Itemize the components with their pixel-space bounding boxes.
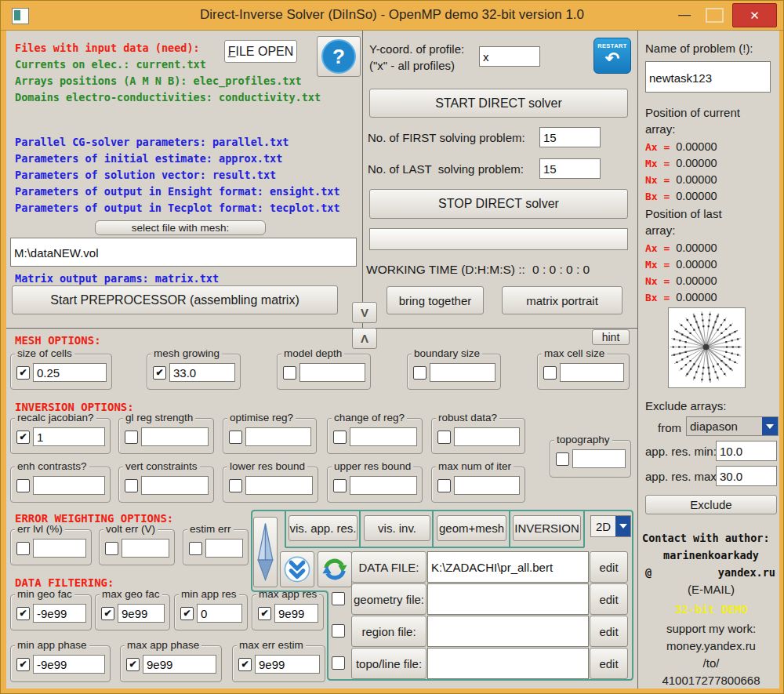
geom-mesh-button[interactable]: geom+mesh — [437, 515, 506, 541]
data-file-input[interactable] — [427, 551, 589, 583]
checkbox[interactable] — [126, 658, 140, 671]
checkbox[interactable] — [16, 542, 30, 555]
group-input[interactable] — [141, 476, 209, 495]
group-input[interactable] — [33, 539, 86, 558]
start-preprocessor-button[interactable]: Start PREPROCESSOR (assembling matrix) — [12, 285, 338, 314]
data-file-label-button[interactable]: DATA FILE: — [351, 551, 426, 583]
checkbox[interactable] — [180, 607, 194, 620]
topo-line-file-input[interactable] — [427, 648, 589, 679]
group-input[interactable] — [143, 655, 216, 674]
chevron-down-icon[interactable] — [615, 516, 630, 536]
close-button[interactable]: ✕ — [732, 3, 777, 27]
app-res-max-input[interactable] — [716, 466, 777, 486]
checkbox[interactable] — [437, 431, 451, 444]
checkbox[interactable] — [153, 366, 166, 380]
geometry-file-edit-button[interactable]: edit — [590, 583, 628, 615]
group-input[interactable] — [197, 604, 242, 623]
last-problem-input[interactable] — [539, 158, 601, 179]
ycoord-input[interactable] — [479, 46, 540, 67]
group-input[interactable] — [299, 363, 365, 382]
checkbox[interactable] — [437, 479, 451, 492]
mesh-file-input[interactable] — [10, 238, 357, 267]
chevron-down-icon[interactable] — [762, 417, 778, 435]
app-res-min-input[interactable] — [716, 441, 777, 461]
inversion-button[interactable]: INVERSION — [513, 515, 581, 541]
pointer-diamond-button[interactable] — [253, 517, 278, 587]
topo-line-file-edit-button[interactable]: edit — [590, 648, 628, 679]
vis-inv-button[interactable]: vis. inv. — [364, 515, 430, 541]
group-input[interactable] — [169, 363, 235, 382]
exclude-button[interactable]: Exclude — [645, 495, 777, 514]
move-down-button[interactable]: V — [352, 302, 377, 323]
start-direct-button[interactable]: START DIRECT solver — [369, 89, 628, 118]
param-file-line: Parameters of solution vector: result.tx… — [15, 169, 276, 181]
checkbox[interactable] — [543, 366, 557, 380]
geometry-file-label-button[interactable]: geometry file: — [351, 583, 426, 615]
select-mesh-button[interactable]: select file with mesh: — [95, 220, 266, 235]
group-input[interactable] — [350, 476, 417, 495]
group-input[interactable] — [33, 604, 86, 623]
topo-line-file-label-button[interactable]: topo/line file: — [351, 648, 426, 679]
checkbox[interactable] — [16, 366, 30, 380]
region-file-checkbox[interactable] — [332, 624, 345, 638]
checkbox[interactable] — [16, 479, 30, 492]
group-input[interactable] — [118, 604, 165, 623]
checkbox[interactable] — [333, 479, 347, 492]
group-input[interactable] — [245, 476, 313, 495]
first-problem-input[interactable] — [539, 127, 601, 147]
checkbox[interactable] — [16, 607, 30, 620]
restart-button[interactable]: RESTART ↶ — [593, 38, 631, 74]
region-file-edit-button[interactable]: edit — [590, 616, 628, 647]
hint-button[interactable]: hint — [592, 329, 630, 345]
group-input[interactable] — [560, 363, 624, 382]
checkbox[interactable] — [125, 431, 138, 444]
move-up-button[interactable]: Λ — [352, 328, 377, 349]
region-file-input[interactable] — [427, 616, 589, 647]
group-input[interactable] — [572, 449, 626, 468]
group-input[interactable] — [430, 363, 495, 382]
group-input[interactable] — [454, 476, 520, 495]
checkbox[interactable] — [556, 452, 569, 466]
group-input[interactable] — [33, 427, 105, 446]
checkbox[interactable] — [105, 542, 118, 555]
matrix-portrait-button[interactable]: matrix portrait — [502, 286, 622, 314]
topo-line-file-checkbox[interactable] — [332, 656, 345, 670]
geometry-file-input[interactable] — [427, 583, 589, 615]
group-input[interactable] — [141, 427, 209, 446]
checkbox[interactable] — [333, 431, 347, 444]
file-open-button[interactable]: FILE OPEN — [224, 40, 297, 63]
maximize-button[interactable] — [706, 8, 724, 23]
group-input[interactable] — [33, 363, 107, 382]
support-line: /to/ — [642, 656, 780, 670]
group-input[interactable] — [33, 476, 105, 495]
group-input[interactable] — [350, 427, 417, 446]
checkbox[interactable] — [413, 366, 426, 380]
geometry-file-checkbox[interactable] — [332, 592, 345, 605]
stop-direct-button[interactable]: STOP DIRECT solver — [369, 189, 628, 219]
checkbox[interactable] — [189, 542, 202, 555]
group-input[interactable] — [122, 539, 169, 558]
current-array-row: Mx = 0.00000 — [645, 156, 717, 170]
checkbox[interactable] — [229, 479, 242, 492]
problem-name-input[interactable] — [645, 61, 771, 93]
checkbox[interactable] — [16, 658, 30, 671]
dimension-dropdown[interactable]: 2D — [590, 515, 631, 537]
group-input[interactable] — [245, 427, 311, 446]
region-file-label-button[interactable]: region file: — [351, 616, 426, 647]
checkbox[interactable] — [16, 431, 30, 444]
bring-together-button[interactable]: bring together — [387, 286, 484, 314]
help-button[interactable]: ? — [317, 36, 361, 77]
checkbox[interactable] — [101, 607, 114, 620]
checkbox[interactable] — [125, 479, 138, 492]
refresh-button[interactable] — [318, 551, 352, 587]
checkbox[interactable] — [229, 431, 242, 444]
minimize-button[interactable]: — — [673, 7, 695, 23]
download-chevrons-button[interactable] — [280, 551, 314, 587]
group-input[interactable] — [33, 655, 105, 674]
checkbox[interactable] — [283, 366, 296, 380]
group-input[interactable] — [454, 427, 520, 446]
vis-app-res-button[interactable]: vis. app. res. — [289, 515, 358, 541]
exclude-from-dropdown[interactable]: diapason — [686, 416, 779, 436]
group-input[interactable] — [205, 539, 243, 558]
data-file-edit-button[interactable]: edit — [590, 551, 628, 583]
